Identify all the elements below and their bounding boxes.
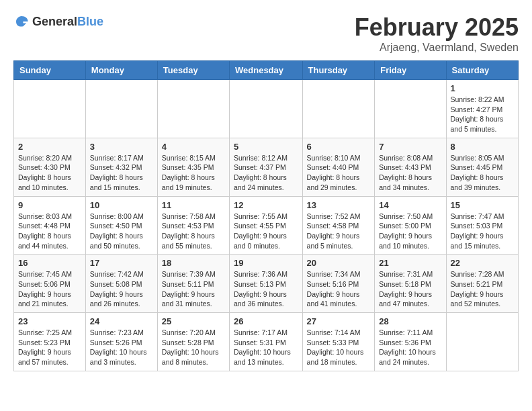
- calendar-cell: 12Sunrise: 7:55 AM Sunset: 4:55 PM Dayli…: [230, 196, 303, 255]
- calendar-cell: 20Sunrise: 7:34 AM Sunset: 5:16 PM Dayli…: [302, 255, 375, 313]
- calendar-cell: 11Sunrise: 7:58 AM Sunset: 4:53 PM Dayli…: [157, 196, 229, 255]
- calendar-cell: 26Sunrise: 7:17 AM Sunset: 5:31 PM Dayli…: [230, 313, 303, 371]
- day-info: Sunrise: 7:55 AM Sunset: 4:55 PM Dayligh…: [234, 212, 298, 251]
- day-info: Sunrise: 7:20 AM Sunset: 5:28 PM Dayligh…: [162, 328, 225, 367]
- calendar-header-row: SundayMondayTuesdayWednesdayThursdayFrid…: [14, 61, 519, 80]
- calendar-cell: 19Sunrise: 7:36 AM Sunset: 5:13 PM Dayli…: [230, 255, 303, 313]
- day-info: Sunrise: 8:00 AM Sunset: 4:50 PM Dayligh…: [90, 212, 153, 251]
- day-number: 24: [90, 316, 153, 326]
- day-header-friday: Friday: [375, 61, 446, 80]
- day-info: Sunrise: 7:17 AM Sunset: 5:31 PM Dayligh…: [234, 328, 298, 367]
- calendar-cell: 28Sunrise: 7:11 AM Sunset: 5:36 PM Dayli…: [375, 313, 446, 371]
- day-number: 15: [451, 200, 514, 210]
- day-header-thursday: Thursday: [302, 61, 375, 80]
- calendar-cell: 4Sunrise: 8:15 AM Sunset: 4:35 PM Daylig…: [157, 138, 229, 196]
- calendar-cell: 6Sunrise: 8:10 AM Sunset: 4:40 PM Daylig…: [302, 138, 375, 196]
- day-number: 25: [162, 316, 225, 326]
- calendar-week-row: 9Sunrise: 8:03 AM Sunset: 4:48 PM Daylig…: [14, 196, 519, 255]
- day-number: 10: [90, 200, 153, 210]
- day-number: 6: [307, 142, 371, 152]
- day-number: 2: [18, 142, 81, 152]
- calendar-cell: 13Sunrise: 7:52 AM Sunset: 4:58 PM Dayli…: [302, 196, 375, 255]
- calendar-cell: [14, 80, 86, 138]
- title-section: February 2025 Arjaeng, Vaermland, Sweden: [355, 13, 519, 54]
- day-number: 3: [90, 142, 153, 152]
- calendar-cell: 23Sunrise: 7:25 AM Sunset: 5:23 PM Dayli…: [14, 313, 86, 371]
- day-info: Sunrise: 7:11 AM Sunset: 5:36 PM Dayligh…: [379, 328, 441, 367]
- day-number: 13: [307, 200, 371, 210]
- day-info: Sunrise: 7:58 AM Sunset: 4:53 PM Dayligh…: [162, 212, 225, 251]
- logo-blue: Blue: [77, 15, 103, 28]
- day-header-sunday: Sunday: [14, 61, 86, 80]
- calendar-subtitle: Arjaeng, Vaermland, Sweden: [355, 42, 519, 54]
- day-info: Sunrise: 7:31 AM Sunset: 5:18 PM Dayligh…: [379, 269, 441, 309]
- calendar-cell: 14Sunrise: 7:50 AM Sunset: 5:00 PM Dayli…: [375, 196, 446, 255]
- day-number: 21: [379, 258, 441, 268]
- day-info: Sunrise: 7:42 AM Sunset: 5:08 PM Dayligh…: [90, 269, 153, 309]
- calendar-cell: 2Sunrise: 8:20 AM Sunset: 4:30 PM Daylig…: [14, 138, 86, 196]
- calendar-cell: 8Sunrise: 8:05 AM Sunset: 4:45 PM Daylig…: [446, 138, 518, 196]
- day-info: Sunrise: 7:39 AM Sunset: 5:11 PM Dayligh…: [162, 269, 225, 309]
- day-number: 8: [451, 142, 514, 152]
- day-info: Sunrise: 7:47 AM Sunset: 5:03 PM Dayligh…: [451, 212, 514, 251]
- day-number: 19: [234, 258, 298, 268]
- day-number: 26: [234, 316, 298, 326]
- calendar-cell: 25Sunrise: 7:20 AM Sunset: 5:28 PM Dayli…: [157, 313, 229, 371]
- calendar-cell: 27Sunrise: 7:14 AM Sunset: 5:33 PM Dayli…: [302, 313, 375, 371]
- calendar-cell: 24Sunrise: 7:23 AM Sunset: 5:26 PM Dayli…: [85, 313, 157, 371]
- day-info: Sunrise: 7:14 AM Sunset: 5:33 PM Dayligh…: [307, 328, 371, 367]
- calendar-cell: 18Sunrise: 7:39 AM Sunset: 5:11 PM Dayli…: [157, 255, 229, 313]
- day-info: Sunrise: 7:45 AM Sunset: 5:06 PM Dayligh…: [18, 269, 81, 309]
- day-number: 18: [162, 258, 225, 268]
- day-number: 5: [234, 142, 298, 152]
- calendar-week-row: 2Sunrise: 8:20 AM Sunset: 4:30 PM Daylig…: [14, 138, 519, 196]
- calendar-week-row: 1Sunrise: 8:22 AM Sunset: 4:27 PM Daylig…: [14, 80, 519, 138]
- day-info: Sunrise: 7:50 AM Sunset: 5:00 PM Dayligh…: [379, 212, 441, 251]
- calendar-cell: [85, 80, 157, 138]
- day-header-monday: Monday: [85, 61, 157, 80]
- day-info: Sunrise: 8:12 AM Sunset: 4:37 PM Dayligh…: [234, 153, 298, 193]
- calendar-cell: 10Sunrise: 8:00 AM Sunset: 4:50 PM Dayli…: [85, 196, 157, 255]
- day-info: Sunrise: 8:22 AM Sunset: 4:27 PM Dayligh…: [451, 95, 514, 134]
- day-info: Sunrise: 7:36 AM Sunset: 5:13 PM Dayligh…: [234, 269, 298, 309]
- day-number: 9: [18, 200, 81, 210]
- logo: GeneralBlue: [13, 13, 103, 30]
- day-number: 12: [234, 200, 298, 210]
- calendar-cell: 17Sunrise: 7:42 AM Sunset: 5:08 PM Dayli…: [85, 255, 157, 313]
- calendar-cell: 15Sunrise: 7:47 AM Sunset: 5:03 PM Dayli…: [446, 196, 518, 255]
- calendar-cell: 1Sunrise: 8:22 AM Sunset: 4:27 PM Daylig…: [446, 80, 518, 138]
- calendar-cell: [157, 80, 229, 138]
- calendar-cell: 22Sunrise: 7:28 AM Sunset: 5:21 PM Dayli…: [446, 255, 518, 313]
- day-number: 28: [379, 316, 441, 326]
- header: GeneralBlue February 2025 Arjaeng, Vaerm…: [13, 13, 519, 54]
- day-info: Sunrise: 7:34 AM Sunset: 5:16 PM Dayligh…: [307, 269, 371, 309]
- day-info: Sunrise: 8:10 AM Sunset: 4:40 PM Dayligh…: [307, 153, 371, 193]
- day-info: Sunrise: 7:28 AM Sunset: 5:21 PM Dayligh…: [451, 269, 514, 309]
- calendar-cell: [446, 313, 518, 371]
- calendar-table: SundayMondayTuesdayWednesdayThursdayFrid…: [13, 60, 519, 371]
- day-number: 4: [162, 142, 225, 152]
- day-number: 22: [451, 258, 514, 268]
- logo-text: GeneralBlue: [32, 15, 103, 29]
- day-number: 7: [379, 142, 441, 152]
- calendar-title: February 2025: [355, 13, 519, 42]
- day-info: Sunrise: 7:23 AM Sunset: 5:26 PM Dayligh…: [90, 328, 153, 367]
- calendar-cell: 21Sunrise: 7:31 AM Sunset: 5:18 PM Dayli…: [375, 255, 446, 313]
- day-header-saturday: Saturday: [446, 61, 518, 80]
- day-header-wednesday: Wednesday: [230, 61, 303, 80]
- day-number: 20: [307, 258, 371, 268]
- day-info: Sunrise: 7:52 AM Sunset: 4:58 PM Dayligh…: [307, 212, 371, 251]
- day-info: Sunrise: 8:05 AM Sunset: 4:45 PM Dayligh…: [451, 153, 514, 193]
- day-info: Sunrise: 8:03 AM Sunset: 4:48 PM Dayligh…: [18, 212, 81, 251]
- calendar-week-row: 16Sunrise: 7:45 AM Sunset: 5:06 PM Dayli…: [14, 255, 519, 313]
- calendar-cell: 5Sunrise: 8:12 AM Sunset: 4:37 PM Daylig…: [230, 138, 303, 196]
- day-number: 17: [90, 258, 153, 268]
- logo-general: General: [32, 15, 77, 28]
- day-info: Sunrise: 8:17 AM Sunset: 4:32 PM Dayligh…: [90, 153, 153, 193]
- calendar-cell: 9Sunrise: 8:03 AM Sunset: 4:48 PM Daylig…: [14, 196, 86, 255]
- day-number: 11: [162, 200, 225, 210]
- calendar-cell: 3Sunrise: 8:17 AM Sunset: 4:32 PM Daylig…: [85, 138, 157, 196]
- calendar-week-row: 23Sunrise: 7:25 AM Sunset: 5:23 PM Dayli…: [14, 313, 519, 371]
- calendar-cell: [375, 80, 446, 138]
- day-number: 16: [18, 258, 81, 268]
